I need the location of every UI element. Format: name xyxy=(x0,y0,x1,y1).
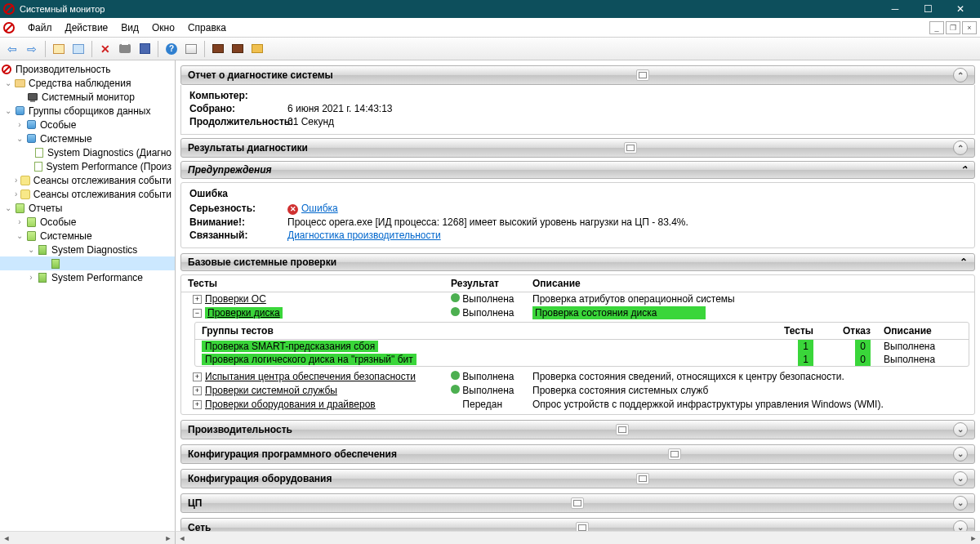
tool-icon-1[interactable] xyxy=(182,40,200,58)
collapse-icon[interactable]: ⌃ xyxy=(953,140,968,155)
tree-sys-performance[interactable]: System Performance (Произ xyxy=(0,159,175,173)
tree-root-performance[interactable]: Производительность xyxy=(0,62,175,76)
navigation-tree[interactable]: Производительность ⌄Средства наблюдения … xyxy=(0,60,176,531)
subtest-row-smart[interactable]: Проверка SMART-предсказания сбоя 1 0 Вып… xyxy=(195,340,969,353)
panel-network[interactable]: Сеть ⌄ xyxy=(180,518,975,532)
col-tests: Тесты xyxy=(181,278,451,289)
content-hscroll[interactable]: ◄► xyxy=(176,531,980,544)
collapse-icon[interactable]: ⌃ xyxy=(953,68,968,82)
subpanel-base-checks[interactable]: Базовые системные проверки ⌃ xyxy=(180,253,975,271)
collapse-icon[interactable]: ⌄ xyxy=(3,203,13,212)
tree-monitoring-tools[interactable]: ⌄Средства наблюдения xyxy=(0,76,175,90)
tree-event-sessions-2[interactable]: ›Сеансы отслеживания событи xyxy=(0,187,175,201)
back-button[interactable]: ⇦ xyxy=(3,40,21,58)
expand-icon[interactable]: ⌄ xyxy=(953,422,968,437)
expand-icon[interactable]: ⌄ xyxy=(953,447,968,462)
mdi-restore-button[interactable]: ❐ xyxy=(946,21,960,34)
severity-link[interactable]: Ошибка xyxy=(301,203,338,214)
ok-icon xyxy=(451,371,460,380)
tree-reports[interactable]: ⌄Отчеты xyxy=(0,201,175,215)
subtest-row-dirty-bit[interactable]: Проверка логического диска на "грязный" … xyxy=(195,353,969,366)
menu-bar: Файл Действие Вид Окно Справка _ ❐ × xyxy=(0,18,980,38)
tool-icon-4[interactable] xyxy=(248,40,266,58)
error-heading: Ошибка xyxy=(189,188,966,199)
print-button[interactable] xyxy=(116,40,134,58)
delete-button[interactable]: ✕ xyxy=(96,40,114,58)
ok-icon xyxy=(451,385,460,394)
label-duration: Продолжительность: xyxy=(189,116,287,127)
forward-button[interactable]: ⇨ xyxy=(23,40,41,58)
scroll-right-icon[interactable]: ► xyxy=(162,532,175,544)
mdi-close-button[interactable]: × xyxy=(962,21,977,34)
expand-icon[interactable]: ⌄ xyxy=(953,496,968,511)
expand-icon[interactable]: ⌄ xyxy=(953,520,968,532)
subpanel-warnings[interactable]: Предупреждения ⌃ xyxy=(180,161,975,179)
menu-action[interactable]: Действие xyxy=(59,20,115,36)
menu-window[interactable]: Окно xyxy=(145,20,181,36)
expand-icon[interactable]: + xyxy=(193,295,202,304)
menu-help[interactable]: Справка xyxy=(181,20,233,36)
scroll-left-icon[interactable]: ◄ xyxy=(0,532,13,544)
test-row-service[interactable]: +Проверки системной службы Выполнена Про… xyxy=(181,384,974,398)
value-duration: 61 Секунд xyxy=(287,116,334,127)
tree-hscroll[interactable]: ◄► xyxy=(0,531,176,544)
tree-system-monitor[interactable]: Системный монитор xyxy=(0,90,175,104)
tree-report-sys-diag[interactable]: ⌄System Diagnostics xyxy=(0,243,175,256)
minimize-button[interactable]: ─ xyxy=(879,0,911,18)
mdi-minimize-button[interactable]: _ xyxy=(929,21,944,34)
expand-icon[interactable]: › xyxy=(15,120,24,129)
expand-icon[interactable]: ⌄ xyxy=(953,471,968,486)
collapse-icon[interactable]: ⌄ xyxy=(15,231,24,240)
test-row-disk[interactable]: −Проверки диска Выполнена Проверка состо… xyxy=(181,306,974,320)
panel-performance[interactable]: Производительность ⌄ xyxy=(180,420,975,439)
panel-title-diag: Результаты диагностики xyxy=(188,142,308,154)
panel-diag-results[interactable]: Результаты диагностики ⌃ xyxy=(180,138,975,158)
tree-selected-report[interactable] xyxy=(0,256,175,270)
menu-file[interactable]: Файл xyxy=(21,20,59,36)
subcol-groups: Группы тестов xyxy=(195,325,764,337)
label-related: Связанный: xyxy=(189,230,287,241)
collapse-icon[interactable]: ⌄ xyxy=(26,245,36,254)
test-row-hardware[interactable]: +Проверки оборудования и драйверов Перед… xyxy=(181,398,974,412)
tool-icon-3[interactable] xyxy=(229,40,247,58)
show-hide-tree-button[interactable] xyxy=(50,40,68,58)
save-button[interactable] xyxy=(136,40,154,58)
test-row-os[interactable]: +Проверки ОС Выполнена Проверка атрибуто… xyxy=(181,292,974,306)
tree-collector-system[interactable]: ⌄Системные xyxy=(0,132,175,145)
expand-icon[interactable]: › xyxy=(15,217,24,226)
panel-sw-config[interactable]: Конфигурация программного обеспечения ⌄ xyxy=(180,444,975,464)
expand-icon[interactable]: + xyxy=(193,386,202,395)
panel-title: Отчет о диагностике системы xyxy=(188,69,333,81)
related-link[interactable]: Диагностика производительности xyxy=(287,230,441,241)
close-button[interactable]: ✕ xyxy=(944,0,977,18)
tree-sys-diagnostics[interactable]: System Diagnostics (Диагно xyxy=(0,145,175,159)
expand-icon[interactable]: › xyxy=(12,176,20,185)
collapse-icon[interactable]: ⌄ xyxy=(3,78,13,87)
expand-icon[interactable]: › xyxy=(26,273,36,282)
tree-event-sessions-1[interactable]: ›Сеансы отслеживания событи xyxy=(0,173,175,187)
test-row-security[interactable]: +Испытания центра обеспечения безопаснос… xyxy=(181,370,974,384)
tool-icon-2[interactable] xyxy=(209,40,227,58)
expand-icon[interactable]: › xyxy=(12,190,20,198)
expand-icon[interactable]: + xyxy=(193,372,202,381)
help-button[interactable]: ? xyxy=(163,40,180,58)
collapse-icon[interactable]: − xyxy=(193,309,202,318)
menu-view[interactable]: Вид xyxy=(114,20,145,36)
panel-cpu[interactable]: ЦП ⌄ xyxy=(180,493,975,513)
tree-collector-groups[interactable]: ⌄Группы сборщиков данных xyxy=(0,104,175,118)
collapse-icon[interactable]: ⌃ xyxy=(960,164,968,176)
tree-report-system[interactable]: ⌄Системные xyxy=(0,229,175,243)
collapse-icon[interactable]: ⌄ xyxy=(15,134,24,143)
panel-header[interactable]: Отчет о диагностике системы ⌃ xyxy=(180,65,975,85)
expand-icon[interactable]: + xyxy=(193,400,202,409)
panel-hw-config[interactable]: Конфигурация оборудования ⌄ xyxy=(180,469,975,488)
tree-report-special[interactable]: ›Особые xyxy=(0,215,175,229)
tree-collector-special[interactable]: ›Особые xyxy=(0,118,175,132)
maximize-button[interactable]: ☐ xyxy=(911,0,944,18)
collapse-icon[interactable]: ⌃ xyxy=(960,256,968,268)
scroll-right-icon[interactable]: ► xyxy=(967,532,980,544)
scroll-left-icon[interactable]: ◄ xyxy=(176,532,189,544)
tree-report-sys-perf[interactable]: ›System Performance xyxy=(0,270,175,284)
collapse-icon[interactable]: ⌄ xyxy=(3,106,13,115)
view-grid-button[interactable] xyxy=(69,40,87,58)
